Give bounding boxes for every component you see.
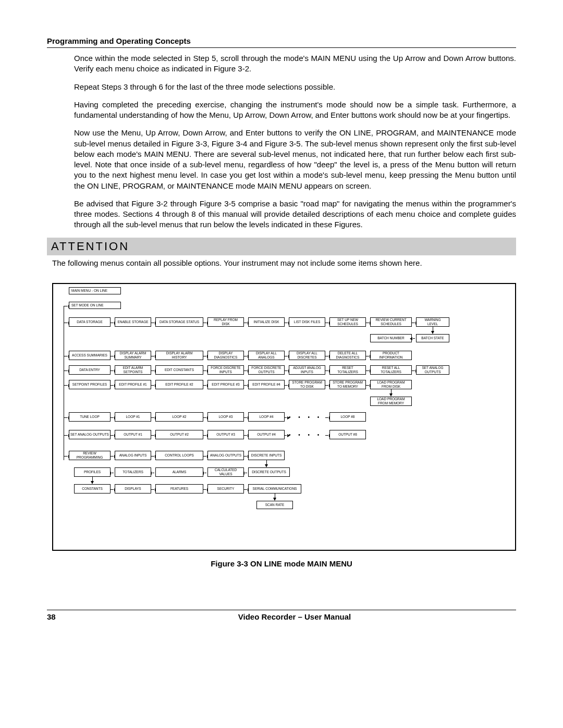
box-data-storage-status: DATA STORAGE STATUS [155, 317, 203, 327]
box-display-analogs: DISPLAY ALL ANALOGS [248, 351, 285, 360]
box-set-ao: SET ANALOG OUTPUTS [416, 365, 449, 375]
box-list-disk-files: LIST DISK FILES [289, 317, 325, 327]
box-discrete-outputs: DISCRETE OUTPUTS [248, 467, 290, 477]
menu-diagram: MAIN MENU - ON LINE SET MODE ON LINE DAT… [52, 283, 516, 551]
box-features: FEATURES [155, 484, 203, 493]
box-initialize-disk: INITIALIZE DISK [248, 317, 285, 327]
box-loop3: LOOP #3 [207, 412, 244, 422]
header-rule [47, 47, 516, 48]
box-serial-comm: SERIAL COMMUNICATIONS [248, 484, 301, 493]
box-set-mode: SET MODE ON LINE [69, 302, 121, 309]
para-4: Now use the Menu, Up Arrow, Down Arrow, … [74, 128, 516, 191]
box-store-disk: STORE PROGRAM TO DISK [289, 380, 325, 389]
box-out3: OUTPUT #3 [207, 430, 244, 439]
box-batch-number: BATCH NUMBER [370, 334, 412, 342]
box-data-entry: DATA ENTRY [69, 365, 111, 375]
box-store-mem: STORE PROGRAM TO MEMORY [329, 380, 366, 389]
box-warning-level: WARNING LEVEL [416, 317, 449, 327]
box-security: SECURITY [207, 484, 244, 493]
box-totalizers: TOTALIZERS [115, 467, 151, 477]
box-edit-alarm-sp: EDIT ALARM SETPOINTS [115, 365, 151, 375]
page-number: 38 [47, 612, 73, 621]
box-alarm-summary: DISPLAY ALARM SUMMARY [115, 351, 151, 360]
footer-title: Video Recorder – User Manual [73, 612, 516, 621]
box-adjust-ai: ADJUST ANALOG INPUTS [289, 365, 325, 375]
box-edit-constants: EDIT CONSTANTS [155, 365, 203, 375]
box-data-storage: DATA STORAGE [69, 317, 111, 327]
box-alarms: ALARMS [155, 467, 203, 477]
box-loop8: LOOP #8 [329, 412, 366, 422]
box-edit-p2: EDIT PROFILE #2 [155, 380, 203, 389]
box-profiles: PROFILES [74, 467, 111, 477]
box-enable-storage: ENABLE STORAGE [115, 317, 151, 327]
box-edit-p1: EDIT PROFILE #1 [115, 380, 151, 389]
box-delete-diagnostics: DELETE ALL DIAGNOSTICS [329, 351, 366, 360]
box-scan-rate: SCAN RATE [256, 501, 293, 509]
section-title: Programming and Operating Concepts [47, 36, 516, 45]
box-review-programming: REVIEW PROGRAMMING [69, 451, 111, 460]
attention-text: The following menus contain all possible… [52, 258, 516, 267]
box-edit-p4: EDIT PROFILE #4 [248, 380, 285, 389]
box-main-menu: MAIN MENU - ON LINE [69, 287, 121, 294]
footer-rule [47, 610, 516, 610]
para-1: Once within the mode selected in Step 5,… [74, 53, 516, 75]
box-setpoint-profiles: SETPOINT PROFILES [69, 380, 111, 389]
box-batch-state: BATCH STATE [416, 334, 449, 342]
box-display-discretes: DISPLAY ALL DISCRETES [289, 351, 325, 360]
attention-bar: ATTENTION [47, 238, 516, 255]
box-loop1: LOOP #1 [115, 412, 151, 422]
box-access-summaries: ACCESS SUMMARIES [69, 351, 111, 360]
figure-caption: Figure 3-3 ON LINE mode MAIN MENU [47, 559, 516, 568]
box-out8: OUTPUT #8 [329, 430, 366, 439]
box-edit-p3: EDIT PROFILE #3 [207, 380, 244, 389]
box-force-do: FORCE DISCRETE OUTPUTS [248, 365, 285, 375]
box-constants: CONSTANTS [74, 484, 111, 493]
box-ai: ANALOG INPUTS [115, 451, 151, 460]
box-di: DISCRETE INPUTS [248, 451, 285, 460]
attention-label: ATTENTION [51, 240, 129, 253]
box-out2: OUTPUT #2 [155, 430, 203, 439]
box-review-schedules: REVIEW CURRENT SCHEDULES [370, 317, 412, 327]
box-display-diagnostics: DISPLAY DIAGNOSTICS [207, 351, 244, 360]
box-calc-values: CALCULATED VALUES [207, 467, 244, 477]
para-2: Repeat Steps 3 through 6 for the last of… [74, 82, 516, 92]
box-loop4: LOOP #4 [248, 412, 285, 422]
box-load-mem: LOAD PROGRAM FROM MEMORY [370, 397, 412, 406]
box-load-disk: LOAD PROGRAM FROM DISK [370, 380, 412, 389]
box-set-analog-outputs: SET ANALOG OUTPUTS [69, 430, 111, 439]
box-out1: OUTPUT #1 [115, 430, 151, 439]
para-5: Be advised that Figure 3-2 through Figur… [74, 199, 516, 230]
box-ao: ANALOG OUTPUTS [207, 451, 244, 460]
box-alarm-history: DISPLAY ALARM HISTORY [155, 351, 203, 360]
box-force-di: FORCE DISCRETE INPUTS [207, 365, 244, 375]
box-reset-all-tot: RESET ALL TOTALIZERS [370, 365, 412, 375]
para-3: Having completed the preceding exercise,… [74, 100, 516, 121]
box-setup-schedules: SET UP NEW SCHEDULES [329, 317, 366, 327]
box-out4: OUTPUT #4 [248, 430, 285, 439]
box-reset-tot: RESET TOTALIZERS [329, 365, 366, 375]
box-displays: DISPLAYS [115, 484, 151, 493]
box-loop2: LOOP #2 [155, 412, 203, 422]
box-control-loops: CONTROL LOOPS [155, 451, 203, 460]
box-product-info: PRODUCT INFORMATION [370, 351, 412, 360]
box-tune-loop: TUNE LOOP [69, 412, 111, 422]
box-replay-from-disk: REPLAY FROM DISK [207, 317, 244, 327]
